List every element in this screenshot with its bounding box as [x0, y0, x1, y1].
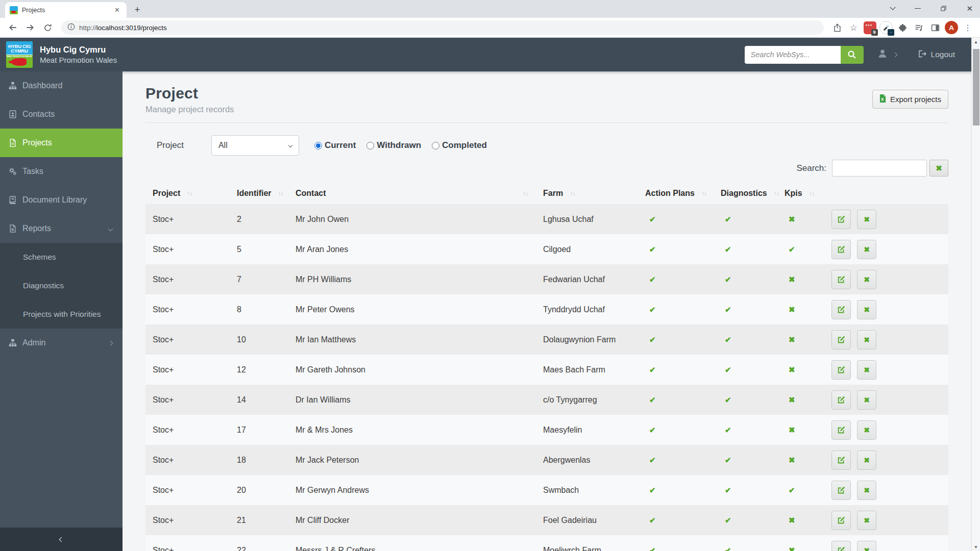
edit-row-button[interactable] — [831, 330, 851, 349]
sidebar-item-dashboard[interactable]: Dashboard — [0, 71, 122, 100]
table-row[interactable]: Stoc+ 7 Mr PH Williams Fedwarian Uchaf ✔… — [145, 264, 948, 294]
column-header-action-plans[interactable]: Action Plans↑↓ — [638, 183, 714, 204]
column-header-identifier[interactable]: Identifier↑↓ — [230, 183, 288, 204]
profile-avatar[interactable]: A — [944, 20, 959, 35]
close-icon[interactable]: ✕ — [966, 4, 973, 13]
column-header-kpis[interactable]: Kpis↑↓ — [777, 183, 823, 204]
page-scrollbar[interactable]: ▲ ▼ — [971, 38, 980, 551]
new-tab-button[interactable]: + — [131, 3, 144, 16]
edit-row-button[interactable] — [831, 420, 851, 440]
scroll-down-icon[interactable]: ▼ — [972, 543, 980, 551]
table-row[interactable]: Stoc+ 21 Mr Cliff Docker Foel Gadeiriau … — [145, 505, 948, 535]
project-filter-select[interactable]: All — [211, 135, 299, 156]
column-header-farm[interactable]: Farm↑↓ — [536, 183, 638, 204]
sidebar-item-contacts[interactable]: Contacts — [0, 100, 122, 129]
browser-menu-icon[interactable]: ⋮ — [961, 20, 975, 35]
edit-row-button[interactable] — [831, 541, 851, 551]
extension-red-icon[interactable]: ●●●9 — [863, 20, 877, 35]
extensions-puzzle-icon[interactable] — [895, 20, 910, 35]
reload-icon[interactable] — [40, 20, 55, 35]
edit-row-button[interactable] — [831, 240, 851, 259]
radio-withdrawn[interactable]: Withdrawn — [366, 140, 421, 151]
edit-row-button[interactable] — [831, 210, 851, 229]
back-icon[interactable] — [5, 20, 20, 35]
page-info-icon[interactable] — [67, 23, 75, 33]
cell-farm: Swmbach — [536, 475, 638, 505]
table-search-clear-button[interactable]: ✖ — [929, 160, 948, 177]
edit-row-button[interactable] — [831, 300, 851, 319]
restore-icon[interactable] — [941, 4, 946, 13]
table-row[interactable]: Stoc+ 12 Mr Gareth Johnson Maes Bach Far… — [145, 355, 948, 385]
table-row[interactable]: Stoc+ 5 Mr Aran Jones Cilgoed ✔ ✔ ✔ ✖ — [145, 234, 948, 264]
split-screen-icon[interactable] — [928, 20, 942, 35]
address-bar[interactable]: http://localhost:3019/projects — [61, 20, 824, 35]
sort-icon[interactable]: ↑↓ — [278, 190, 283, 197]
sort-icon[interactable]: ↑↓ — [774, 190, 779, 197]
sidebar-item-document-library[interactable]: Document Library — [0, 186, 122, 214]
column-header-project[interactable]: Project↑↓ — [145, 183, 230, 204]
sort-icon[interactable]: ↑↓ — [187, 190, 192, 197]
minimize-icon[interactable] — [915, 8, 921, 9]
delete-row-button[interactable]: ✖ — [857, 481, 876, 500]
table-row[interactable]: Stoc+ 18 Mr Jack Peterson Abergwenlas ✔ … — [145, 445, 948, 475]
logout-button[interactable]: Logout — [918, 50, 955, 60]
delete-row-button[interactable]: ✖ — [857, 450, 876, 470]
tab-search-chevron-icon[interactable] — [890, 4, 896, 10]
export-projects-button[interactable]: Export projects — [872, 90, 948, 109]
sort-icon[interactable]: ↑↓ — [809, 190, 814, 197]
edit-row-button[interactable] — [831, 450, 851, 470]
sort-icon[interactable]: ↑↓ — [523, 190, 528, 197]
sidebar-subitem-projects-with-priorities[interactable]: Projects with Priorities — [0, 300, 122, 329]
column-header-diagnostics[interactable]: Diagnostics↑↓ — [714, 183, 777, 204]
column-header-actions[interactable] — [823, 183, 948, 204]
user-menu[interactable] — [877, 48, 897, 61]
tab-close-icon[interactable]: ✕ — [112, 6, 122, 14]
delete-row-button[interactable]: ✖ — [857, 330, 876, 349]
radio-current[interactable]: Current — [314, 140, 356, 151]
sidebar-item-reports[interactable]: Reports — [0, 214, 122, 243]
global-search-input[interactable] — [745, 46, 841, 64]
table-row[interactable]: Stoc+ 17 Mr & Mrs Jones Maesyfelin ✔ ✔ ✖… — [145, 415, 948, 445]
delete-row-button[interactable]: ✖ — [857, 390, 876, 410]
browser-tab[interactable]: Projects ✕ — [5, 2, 127, 18]
table-row[interactable]: Stoc+ 2 Mr John Owen Lghusa Uchaf ✔ ✔ ✖ … — [145, 204, 948, 234]
scroll-up-icon[interactable]: ▲ — [972, 38, 980, 46]
delete-row-button[interactable]: ✖ — [857, 360, 876, 380]
table-row[interactable]: Stoc+ 10 Mr Ian Matthews Dolaugwynion Fa… — [145, 324, 948, 355]
table-row[interactable]: Stoc+ 14 Dr Ian Williams c/o Tynygarreg … — [145, 385, 948, 415]
edit-row-button[interactable] — [831, 511, 851, 530]
sidebar-subitem-schemes[interactable]: Schemes — [0, 243, 122, 271]
sidebar-subitem-diagnostics[interactable]: Diagnostics — [0, 271, 122, 300]
delete-row-button[interactable]: ✖ — [857, 420, 876, 440]
edit-row-button[interactable] — [831, 390, 851, 410]
delete-row-button[interactable]: ✖ — [857, 240, 876, 259]
edit-row-button[interactable] — [831, 360, 851, 380]
delete-row-button[interactable]: ✖ — [857, 210, 876, 229]
playlist-extension-icon[interactable] — [912, 20, 926, 35]
sort-icon[interactable]: ↑↓ — [701, 190, 706, 197]
global-search-button[interactable] — [841, 46, 864, 64]
table-row[interactable]: Stoc+ 22 Messrs J & R Crefters Moeliwrch… — [145, 535, 948, 551]
sort-icon[interactable]: ↑↓ — [570, 190, 575, 197]
table-row[interactable]: Stoc+ 8 Mr Peter Owens Tynddrydd Uchaf ✔… — [145, 294, 948, 324]
column-header-contact[interactable]: Contact↑↓ — [288, 183, 536, 204]
eyedropper-extension-icon[interactable]: - — [879, 20, 893, 35]
delete-row-button[interactable]: ✖ — [857, 541, 876, 551]
bookmark-star-icon[interactable]: ☆ — [846, 20, 861, 35]
forward-icon[interactable] — [22, 20, 38, 35]
sidebar-nav: Dashboard Contacts Projects Tasks Docume… — [0, 71, 122, 243]
radio-completed[interactable]: Completed — [432, 140, 487, 151]
edit-row-button[interactable] — [831, 481, 851, 500]
delete-row-button[interactable]: ✖ — [857, 511, 876, 530]
edit-row-button[interactable] — [831, 270, 851, 289]
sidebar-collapse-button[interactable] — [0, 528, 122, 551]
sidebar-item-tasks[interactable]: Tasks — [0, 157, 122, 186]
delete-row-button[interactable]: ✖ — [857, 300, 876, 319]
scrollbar-thumb[interactable] — [973, 49, 979, 126]
sidebar-item-projects[interactable]: Projects — [0, 129, 122, 157]
sidebar-item-admin[interactable]: Admin — [0, 329, 122, 357]
table-search-input[interactable] — [832, 160, 927, 177]
delete-row-button[interactable]: ✖ — [857, 270, 876, 289]
table-row[interactable]: Stoc+ 20 Mr Gerwyn Andrews Swmbach ✔ ✔ ✔… — [145, 475, 948, 505]
share-icon[interactable] — [830, 20, 844, 35]
